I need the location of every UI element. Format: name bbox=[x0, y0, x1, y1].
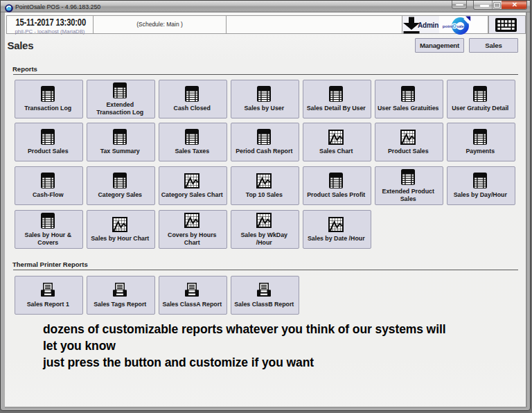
svg-text:sale: sale bbox=[457, 24, 464, 28]
svg-text:point: point bbox=[443, 24, 453, 28]
